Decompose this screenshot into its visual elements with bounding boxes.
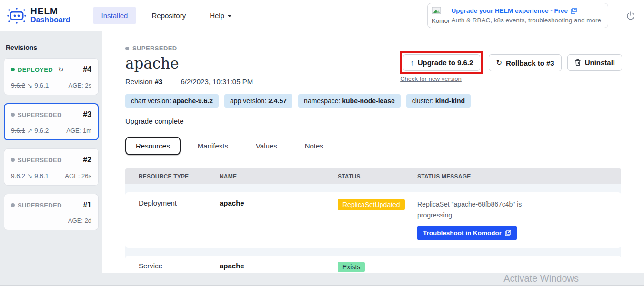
revision-label: Revision: [125, 78, 153, 86]
helm-dashboard-logo[interactable]: HELM Dashboard: [7, 7, 70, 25]
column-resource-type: RESOURCE TYPE: [125, 173, 220, 180]
table-row-service: Service apache Exists: [125, 256, 621, 273]
komodor-promo-banner[interactable]: Komodor Upgrade your HELM experience - F…: [427, 3, 608, 28]
rollback-icon: ↻: [496, 59, 502, 67]
trend-arrow-icon: ↘: [27, 172, 32, 179]
detail-tabs: Resources Manifests Values Notes: [125, 137, 621, 155]
status-message-text: ReplicaSet "apache-68fb867c4b" is progre…: [417, 199, 529, 221]
release-status-label: SUPERSEDED: [125, 45, 621, 52]
revision-status: SUPERSEDED: [11, 202, 62, 209]
version-from: 9.6.1: [11, 127, 25, 134]
revision-number: #2: [83, 156, 91, 164]
komodor-broken-image: Komodor: [432, 7, 449, 24]
status-dot-icon: [125, 47, 129, 50]
chevron-down-icon: [227, 15, 232, 17]
column-status: STATUS: [338, 173, 417, 180]
revision-number: #1: [83, 201, 91, 209]
tab-manifests[interactable]: Manifests: [187, 137, 239, 155]
banner-title: Upgrade your HELM experience - Free: [452, 6, 568, 16]
release-description: Upgrade complete: [125, 117, 621, 125]
revisions-sidebar: Revisions DEPLOYED ↻ #4 9.6.2 ↘ 9.6.1 AG…: [0, 31, 102, 286]
revisions-title: Revisions: [6, 44, 99, 51]
revision-number: #3: [83, 110, 91, 119]
check-new-version-link[interactable]: Check for new version: [400, 75, 483, 82]
status-dot-icon: [11, 203, 15, 207]
revision-age: AGE: 2s: [69, 82, 91, 89]
revision-status: DEPLOYED ↻: [11, 66, 64, 73]
tab-values[interactable]: Values: [245, 137, 288, 155]
banner-subtitle: Auth & RBAC, k8s events, troubleshooting…: [452, 16, 601, 25]
resource-name-cell: apache: [220, 199, 338, 207]
upgrade-highlight-box: ↑ Upgrade to 9.6.2: [400, 51, 483, 74]
revision-date: 6/2/2023, 10:31:05 PM: [181, 78, 253, 86]
logo-subtitle: Dashboard: [30, 16, 70, 24]
version-to: 9.6.1: [34, 82, 49, 89]
tab-notes[interactable]: Notes: [294, 137, 334, 155]
nav-repository[interactable]: Repository: [143, 7, 194, 24]
power-icon[interactable]: [624, 9, 637, 22]
rollback-button[interactable]: ↻ Rollback to #3: [489, 54, 561, 71]
revision-card-3[interactable]: SUPERSEDED #3 9.6.1 ↗ 9.6.2 AGE: 1m: [4, 103, 99, 140]
revision-number: #4: [83, 65, 91, 74]
nav-help-label: Help: [210, 11, 224, 20]
tab-resources[interactable]: Resources: [125, 137, 181, 155]
nav-help[interactable]: Help: [201, 7, 241, 24]
release-actions: ↑ Upgrade to 9.6.2 Check for new version…: [400, 51, 622, 82]
trend-arrow-icon: ↗: [27, 127, 32, 134]
table-row-deployment: Deployment apache ReplicaSetUpdated Repl…: [125, 192, 621, 248]
app-version-chip: app version: 2.4.57: [224, 94, 292, 108]
namespace-chip: namespace: kube-node-lease: [298, 94, 401, 108]
external-link-icon: [571, 8, 577, 14]
revision-card-2[interactable]: SUPERSEDED #2 9.6.2 ↘ 9.6.1 AGE: 26s: [4, 148, 99, 186]
cluster-chip: cluster: kind-kind: [406, 94, 471, 108]
nav-installed[interactable]: Installed: [93, 7, 137, 24]
resource-name-cell: apache: [220, 262, 338, 270]
header-divider: [81, 7, 81, 25]
revision-status: SUPERSEDED: [11, 111, 62, 118]
revision-card-1[interactable]: SUPERSEDED #1 AGE: 2d: [4, 194, 99, 230]
komodor-image-alt: Komodor: [432, 17, 449, 24]
column-name: NAME: [220, 173, 338, 180]
refresh-icon: ↻: [58, 66, 64, 73]
version-from: 9.6.2: [11, 82, 25, 89]
external-link-icon: [505, 230, 511, 236]
status-dot-icon: [11, 68, 15, 71]
activate-windows-watermark: Activate Windows: [503, 273, 579, 284]
up-arrow-icon: ↑: [410, 59, 414, 67]
trash-icon: [574, 59, 581, 66]
release-meta-chips: chart version: apache-9.6.2 app version:…: [125, 94, 621, 108]
release-detail-panel: ↑ Upgrade to 9.6.2 Check for new version…: [102, 31, 644, 273]
power-divider: [615, 6, 615, 25]
version-to: 9.6.2: [34, 127, 49, 134]
top-header: HELM Dashboard Installed Repository Help…: [0, 0, 644, 31]
resource-type-cell: Service: [125, 262, 220, 270]
table-header-row: RESOURCE TYPE NAME STATUS STATUS MESSAGE: [125, 168, 621, 184]
revision-card-4[interactable]: DEPLOYED ↻ #4 9.6.2 ↘ 9.6.1 AGE: 2s: [4, 58, 99, 95]
chart-version-chip: chart version: apache-9.6.2: [125, 94, 219, 108]
logo-title: HELM: [30, 7, 70, 16]
version-to: 9.6.1: [34, 172, 49, 179]
status-dot-icon: [11, 113, 15, 117]
status-badge: Exists: [338, 262, 365, 272]
resource-type-cell: Deployment: [125, 199, 220, 207]
status-badge: ReplicaSetUpdated: [338, 199, 405, 210]
revision-age: AGE: 2d: [68, 217, 91, 224]
status-dot-icon: [11, 158, 15, 162]
revision-number: #3: [155, 78, 163, 86]
uninstall-button[interactable]: Uninstall: [567, 54, 622, 71]
upgrade-button[interactable]: ↑ Upgrade to 9.6.2: [403, 54, 480, 71]
revision-status: SUPERSEDED: [11, 157, 62, 164]
revision-age: AGE: 1m: [66, 127, 91, 134]
revision-age: AGE: 26s: [65, 172, 91, 179]
column-status-message: STATUS MESSAGE: [417, 173, 621, 180]
helm-robot-icon: [7, 7, 27, 25]
version-from: 9.6.2: [11, 172, 25, 179]
main-nav: Installed Repository Help: [93, 7, 241, 24]
trend-arrow-icon: ↘: [27, 81, 32, 89]
nav-repository-label: Repository: [151, 11, 186, 20]
troubleshoot-button[interactable]: Troubleshoot in Komodor: [417, 226, 517, 240]
nav-installed-label: Installed: [101, 11, 128, 20]
resources-table: RESOURCE TYPE NAME STATUS STATUS MESSAGE…: [125, 168, 621, 273]
